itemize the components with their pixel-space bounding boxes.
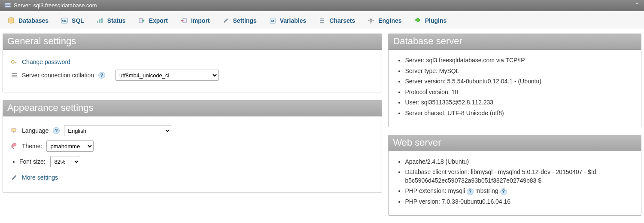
database-icon: [7, 17, 15, 24]
tab-variables[interactable]: $a Variables: [264, 13, 313, 28]
svg-rect-11: [183, 18, 186, 23]
collation-label: Server connection collation: [22, 72, 94, 79]
tab-label: Variables: [280, 17, 307, 24]
wrench-icon: [11, 174, 18, 181]
charsets-icon: [318, 17, 326, 24]
tab-label: Import: [191, 17, 210, 24]
variables-icon: $a: [269, 17, 276, 24]
sql-icon: SQL: [61, 17, 68, 24]
panel-title: Appearance settings: [3, 101, 382, 116]
svg-point-27: [12, 145, 13, 146]
language-icon: [11, 127, 18, 134]
import-icon: [180, 17, 188, 24]
export-icon: [138, 17, 146, 24]
tab-label: Plugins: [425, 17, 447, 24]
svg-rect-7: [97, 21, 98, 23]
dbserver-item: User: sql3511335@52.8.112.233: [405, 98, 633, 107]
svg-rect-9: [101, 18, 103, 23]
dbserver-item: Server version: 5.5.54-0ubuntu0.12.04.1 …: [405, 77, 633, 86]
svg-point-17: [370, 19, 372, 22]
tab-databases[interactable]: Databases: [3, 13, 55, 28]
webserver-apache: Apache/2.4.18 (Ubuntu): [405, 158, 633, 166]
help-icon[interactable]: ?: [500, 188, 507, 195]
fontsize-select[interactable]: 82%: [50, 156, 80, 167]
dbserver-item: Protocol version: 10: [405, 88, 633, 97]
collation-select[interactable]: utf8mb4_unicode_ci: [115, 70, 219, 81]
webserver-phpext: PHP extension: mysqli ? mbstring ?: [405, 187, 633, 196]
tab-label: Databases: [18, 17, 49, 24]
server-icon: [4, 2, 11, 9]
theme-label: Theme:: [22, 143, 42, 150]
collation-icon: [11, 72, 18, 79]
tab-label: Charsets: [329, 17, 355, 24]
dbserver-item: Server type: MySQL: [405, 67, 633, 76]
svg-text:$a: $a: [271, 19, 274, 23]
svg-rect-8: [99, 19, 100, 23]
svg-text:SQL: SQL: [62, 19, 67, 22]
tab-label: Settings: [233, 17, 257, 24]
svg-rect-26: [12, 128, 16, 131]
tab-export[interactable]: Export: [133, 13, 174, 28]
tab-charsets[interactable]: Charsets: [313, 13, 361, 28]
dbserver-item: Server: sql3.freesqldatabase.com via TCP…: [405, 56, 633, 65]
help-icon[interactable]: ?: [98, 72, 105, 79]
panel-title: Database server: [389, 34, 641, 50]
help-icon[interactable]: ?: [53, 127, 60, 134]
plugin-icon: [414, 17, 422, 24]
fontsize-label: Font size:: [19, 158, 46, 165]
tab-label: SQL: [72, 17, 84, 24]
svg-point-3: [6, 6, 6, 7]
password-icon: [11, 58, 18, 65]
tab-import[interactable]: Import: [175, 13, 216, 28]
svg-point-28: [12, 147, 13, 147]
collapse-icon[interactable]: ⌃: [634, 0, 640, 11]
panel-appearance-settings: Appearance settings Language ? English T…: [3, 100, 382, 192]
tab-plugins[interactable]: Plugins: [409, 13, 453, 28]
breadcrumb-server-label: Server: sql3.freesqldatabase.com: [14, 0, 97, 11]
tab-sql[interactable]: SQL SQL: [56, 13, 91, 28]
tab-status[interactable]: Status: [91, 13, 132, 28]
language-label: Language: [22, 127, 49, 134]
svg-point-2: [6, 3, 6, 4]
webserver-dbclient: Database client version: libmysql - mysq…: [405, 168, 633, 185]
language-select[interactable]: English: [64, 125, 171, 136]
dbserver-item: Server charset: UTF-8 Unicode (utf8): [405, 109, 633, 118]
tab-engines[interactable]: Engines: [362, 13, 408, 28]
panel-web-server: Web server Apache/2.4.18 (Ubuntu) Databa…: [388, 135, 641, 216]
theme-icon: [11, 143, 18, 150]
panel-title: Web server: [389, 135, 641, 151]
webserver-phpver: PHP version: 7.0.33-0ubuntu0.16.04.16: [405, 198, 633, 206]
tab-bar: Databases SQL SQL Status Export Import S…: [0, 11, 644, 28]
svg-point-22: [12, 61, 14, 63]
tab-label: Status: [107, 17, 126, 24]
change-password-link[interactable]: Change password: [22, 58, 70, 65]
help-icon[interactable]: ?: [467, 188, 474, 195]
panel-title: General settings: [3, 34, 382, 50]
tab-label: Engines: [378, 17, 401, 24]
panel-database-server: Database server Server: sql3.freesqldata…: [388, 34, 641, 127]
svg-rect-10: [139, 18, 143, 23]
more-settings-link[interactable]: More settings: [22, 174, 58, 181]
tab-label: Export: [149, 17, 168, 24]
panel-general-settings: General settings Change password Server …: [3, 34, 382, 92]
theme-select[interactable]: pmahomme: [46, 141, 94, 152]
status-icon: [96, 17, 104, 24]
gear-icon: [367, 17, 375, 24]
tab-settings[interactable]: Settings: [217, 13, 263, 28]
breadcrumb-bar: Server: sql3.freesqldatabase.com ⌃: [0, 0, 644, 11]
wrench-icon: [222, 17, 230, 24]
